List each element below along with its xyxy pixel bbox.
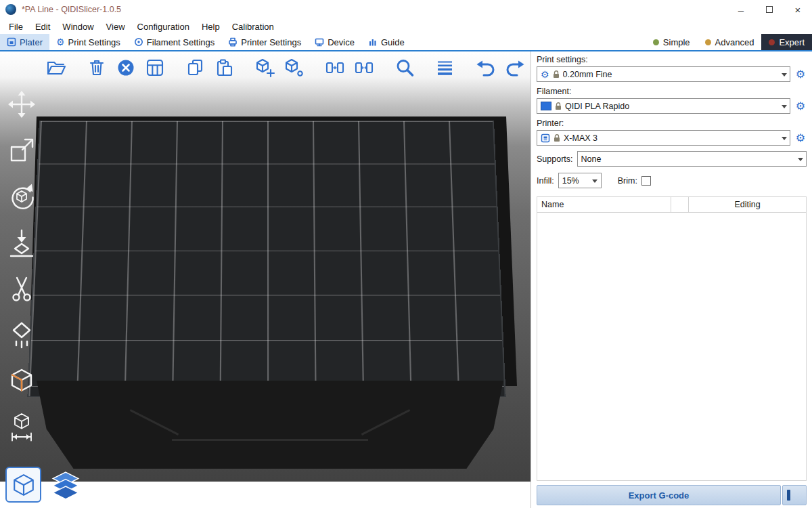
copy-icon[interactable] <box>184 56 207 79</box>
menu-edit[interactable]: Edit <box>29 19 56 34</box>
column-header-name: Name <box>537 197 671 212</box>
object-list[interactable] <box>537 213 806 480</box>
printer-label: Printer: <box>537 119 807 128</box>
tab-filament-settings[interactable]: Filament Settings <box>127 34 221 50</box>
infill-combo[interactable]: 15% <box>558 173 602 188</box>
viewport-3d[interactable] <box>0 51 531 482</box>
print-settings-gear-button[interactable]: ⚙ <box>794 69 807 80</box>
mode-label: Simple <box>663 37 690 47</box>
brim-checkbox[interactable] <box>641 176 651 186</box>
cut-icon[interactable] <box>7 274 37 303</box>
view-toggles <box>5 467 82 503</box>
remove-instance-icon[interactable] <box>283 56 306 79</box>
app-window: *PA Line - QIDISlicer-1.0.5 – × File Edi… <box>0 0 812 508</box>
tab-plater[interactable]: Plater <box>0 34 49 50</box>
mode-expert[interactable]: Expert <box>761 34 812 50</box>
tab-printer-settings[interactable]: Printer Settings <box>221 34 308 50</box>
chevron-down-icon <box>778 131 790 145</box>
printer-base <box>24 381 516 469</box>
mode-label: Advanced <box>715 37 754 47</box>
preview-layers-button[interactable] <box>49 470 82 503</box>
tabbar: Plater ⚙ Print Settings Filament Setting… <box>0 34 812 51</box>
column-header-editing: Editing <box>689 197 806 212</box>
undo-icon[interactable] <box>474 56 497 79</box>
split-to-objects-icon[interactable] <box>323 56 346 79</box>
menu-file[interactable]: File <box>3 19 29 34</box>
tab-print-settings[interactable]: ⚙ Print Settings <box>49 34 127 50</box>
3d-editor-view-icon <box>12 473 36 497</box>
window-title: *PA Line - QIDISlicer-1.0.5 <box>22 5 121 14</box>
open-folder-icon[interactable] <box>45 56 68 79</box>
redo-icon[interactable] <box>503 56 526 79</box>
menu-view[interactable]: View <box>100 19 131 34</box>
guide-icon <box>368 37 378 47</box>
maximize-button[interactable] <box>755 0 784 19</box>
filament-color-swatch <box>541 102 551 110</box>
filament-row: QIDI PLA Rapido ⚙ <box>537 98 807 114</box>
scale-icon[interactable] <box>7 135 37 165</box>
tab-device[interactable]: Device <box>308 34 361 50</box>
window-controls: – × <box>727 0 812 19</box>
tab-guide[interactable]: Guide <box>361 34 411 50</box>
delete-icon[interactable] <box>85 56 108 79</box>
print-preset-value: 0.20mm Fine <box>563 70 775 79</box>
printer-gear-button[interactable]: ⚙ <box>794 133 807 144</box>
maximize-icon <box>766 6 773 13</box>
arrange-icon[interactable] <box>143 56 166 79</box>
lock-icon <box>554 133 560 142</box>
3d-editor-view-button[interactable] <box>5 467 41 503</box>
menu-help[interactable]: Help <box>196 19 226 34</box>
print-settings-combo[interactable]: ⚙ 0.20mm Fine <box>537 66 790 82</box>
minimize-button[interactable]: – <box>727 0 755 19</box>
close-button[interactable]: × <box>784 0 812 19</box>
titlebar: *PA Line - QIDISlicer-1.0.5 – × <box>0 0 812 19</box>
export-options-icon <box>787 490 790 501</box>
supports-row: Supports: None <box>537 151 807 167</box>
delete-all-icon[interactable] <box>114 56 137 79</box>
export-options-button[interactable] <box>782 485 807 505</box>
menu-configuration[interactable]: Configuration <box>131 19 196 34</box>
preview-layers-icon <box>50 471 81 502</box>
split-to-parts-icon[interactable] <box>353 56 376 79</box>
mode-advanced[interactable]: Advanced <box>698 34 762 50</box>
place-on-face-icon[interactable] <box>7 228 37 257</box>
supports-label: Supports: <box>537 154 573 164</box>
supports-combo[interactable]: None <box>577 151 807 167</box>
filament-gear-button[interactable]: ⚙ <box>794 101 807 112</box>
move-icon[interactable] <box>7 89 37 119</box>
print-settings-label: Print settings: <box>537 55 807 64</box>
menu-calibration[interactable]: Calibration <box>226 19 280 34</box>
variable-layer-height-icon[interactable] <box>434 56 457 79</box>
mode-simple[interactable]: Simple <box>646 34 698 50</box>
brim-label: Brim: <box>618 176 637 186</box>
chevron-down-icon <box>778 99 790 113</box>
plater-icon <box>7 37 16 47</box>
search-icon[interactable] <box>393 56 416 79</box>
menu-window[interactable]: Window <box>56 19 99 34</box>
base-groove <box>172 439 368 441</box>
filament-combo[interactable]: QIDI PLA Rapido <box>537 98 790 114</box>
tab-label: Print Settings <box>68 37 120 47</box>
base-groove <box>361 409 410 436</box>
expert-mode-dot-icon <box>769 39 775 45</box>
filament-settings-icon <box>134 37 143 47</box>
tab-label: Plater <box>20 37 43 47</box>
tab-label: Device <box>328 37 355 47</box>
measure-icon[interactable] <box>7 412 37 442</box>
infill-label: Infill: <box>537 176 554 186</box>
mmu-painting-icon[interactable] <box>7 366 37 396</box>
add-instance-icon[interactable] <box>254 56 277 79</box>
printer-combo[interactable]: X-MAX 3 <box>537 130 790 146</box>
mode-label: Expert <box>779 37 805 47</box>
chevron-down-icon <box>794 152 806 166</box>
rotate-icon[interactable] <box>7 182 37 211</box>
main-area: Print settings: ⚙ 0.20mm Fine ⚙ Filament… <box>0 51 812 508</box>
print-bed <box>27 121 505 397</box>
seam-painting-icon[interactable] <box>7 320 37 350</box>
print-settings-row: ⚙ 0.20mm Fine ⚙ <box>537 66 807 82</box>
filament-label: Filament: <box>537 87 807 96</box>
export-gcode-button[interactable]: Export G-code <box>537 485 781 505</box>
infill-row: Infill: 15% Brim: <box>537 173 807 188</box>
print-settings-icon: ⚙ <box>56 37 65 47</box>
paste-icon[interactable] <box>213 56 236 79</box>
